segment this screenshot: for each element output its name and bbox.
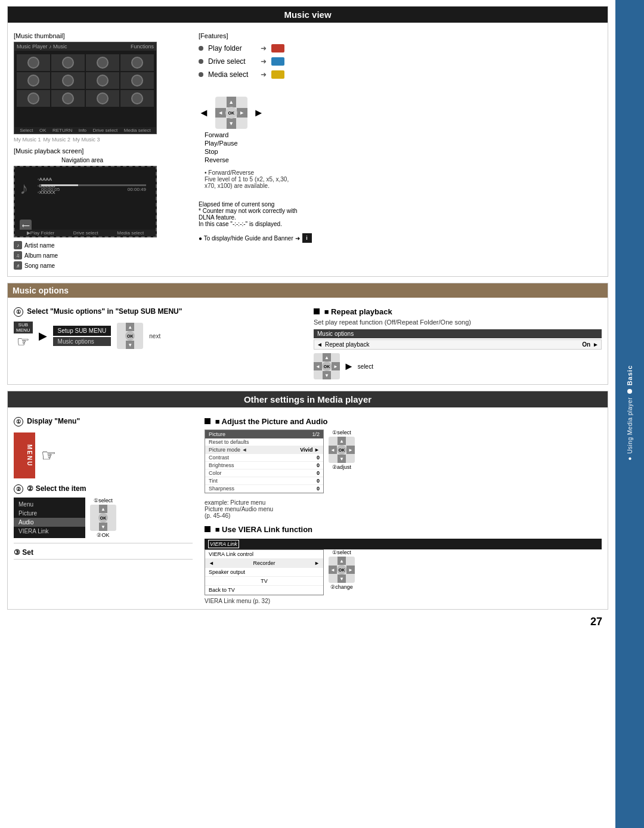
picture-note-2: Picture menu/Audio menu (205, 506, 602, 512)
dpad-rep-up[interactable]: ▲ (323, 353, 331, 362)
dpad-rep-left[interactable]: ◄ (314, 362, 322, 370)
menu-item-picture: Picture (14, 509, 85, 518)
sidebar-using-label: ● Using Media player (627, 397, 633, 462)
elapsed-note: Elapsed time of current song * Counter m… (199, 201, 602, 227)
left-arrow-btn[interactable]: ◄ (317, 341, 323, 348)
thumbnail-grid (14, 52, 156, 109)
yellow-button[interactable] (271, 70, 284, 79)
thumb-item-11 (86, 90, 119, 107)
artist-row: ♪ Artist name (14, 241, 193, 249)
dpad-vi-right[interactable]: ► (346, 566, 355, 574)
dpad-down-btn[interactable]: ▼ (227, 118, 236, 129)
tint-value: 0 (317, 478, 320, 484)
picture-header: Picture 1/2 (205, 430, 323, 438)
dpad-adj-down[interactable]: ▼ (338, 455, 346, 463)
dpad-opt-down[interactable]: ▼ (126, 341, 134, 349)
step1-select-label: ①select (94, 498, 113, 503)
features-list: Play folder ➜ Drive select ➜ Med (199, 42, 602, 79)
select-dpad-col: ①select ▲ ▼ OK ②OK (90, 498, 116, 538)
dpad-left-btn[interactable]: ◄ (215, 108, 226, 118)
feature-play-folder-label: Play folder (208, 44, 256, 52)
my-music-3: My Music 3 (73, 137, 100, 143)
dpad-sel-up[interactable]: ▲ (99, 505, 107, 513)
my-music-2: My Music 2 (44, 137, 71, 143)
dot-media-select (199, 72, 203, 77)
dpad-vi-down[interactable]: ▼ (338, 574, 346, 583)
dpad[interactable]: ▲ ▼ ◄ ► OK (215, 97, 247, 129)
set-divider (14, 559, 193, 560)
thumb-item-9 (17, 90, 50, 107)
right-arrow-btn[interactable]: ► (593, 341, 599, 348)
music-options-repeat-area: Music options ◄ Repeat playback On ► (314, 329, 602, 350)
dpad-repeat[interactable]: ▲ ▼ ◄ ► OK (314, 353, 340, 379)
dpad-adj-right[interactable]: ► (346, 446, 355, 454)
sidebar-dot (627, 389, 632, 394)
footer-select: Select (20, 128, 33, 133)
dpad-right-btn[interactable]: ► (237, 108, 247, 118)
red-button[interactable] (271, 44, 284, 52)
repeat-value: On (582, 341, 590, 348)
picture-row-contrast: Contrast 0 (205, 454, 323, 462)
dpad-up-btn[interactable]: ▲ (227, 97, 236, 107)
dpad-adj-up[interactable]: ▲ (338, 437, 346, 445)
ok-sel-button[interactable]: OK (98, 513, 108, 523)
feature-play-folder: Play folder ➜ (199, 44, 602, 52)
music-options-bar: Music options (314, 329, 602, 338)
playback-screen: ♪ ◦AAAA ◦BBBBB ◦XXXXX 00:00:05 (14, 166, 157, 237)
ok-adj-button[interactable]: OK (337, 445, 346, 455)
picture-row-sharpness: Sharpness 0 (205, 485, 323, 493)
dpad-vi-up[interactable]: ▲ (338, 557, 346, 565)
ok-vi-button[interactable]: OK (337, 565, 346, 574)
dpad-options[interactable]: ▲ ▼ OK (117, 323, 143, 349)
ok-rep-button[interactable]: OK (322, 362, 332, 371)
blue-button[interactable] (271, 57, 284, 66)
mode-value: Vivid ► (300, 447, 320, 453)
nav-left-arrow: ◄ (199, 107, 209, 119)
thumbnail-footer: Select OK RETURN Info Drive select Media… (14, 127, 156, 134)
viera-bullet (205, 526, 210, 532)
dpad-wrapper: ▲ ▼ ◄ ► OK (215, 97, 247, 129)
viera-right-arr[interactable]: ► (314, 560, 320, 566)
repeat-title-text: ■ Repeat playback (324, 307, 392, 316)
ok-button[interactable]: OK (225, 107, 237, 119)
song-row: ♬ Song name (14, 261, 193, 270)
music-thumbnail-label: [Music thumbnail] (14, 32, 193, 39)
picture-row-brightness: Brightness 0 (205, 462, 323, 469)
picture-row-color: Color 0 (205, 469, 323, 477)
display-menu-text: Display "Menu" (27, 417, 80, 425)
sub-label: SUBMENU (14, 322, 33, 333)
song-icon: ♬ (14, 261, 22, 270)
features-label: [Features] (199, 32, 602, 39)
dpad-adj-left[interactable]: ◄ (329, 446, 337, 454)
dpad-viera[interactable]: ▲ ▼ ◄ ► OK (329, 557, 355, 583)
dpad-select[interactable]: ▲ ▼ OK (90, 505, 116, 531)
color-value: 0 (317, 470, 320, 476)
hand-icon: ☞ (17, 333, 30, 350)
dpad-opt-up[interactable]: ▲ (126, 323, 134, 331)
elapsed-title: Elapsed time of current song (199, 201, 602, 208)
guide-banner-row: ● To display/hide Guide and Banner ➜ i (199, 233, 602, 243)
ok-opt-button[interactable]: OK (125, 331, 135, 341)
dpad-vi-left[interactable]: ◄ (329, 566, 337, 574)
reverse-label: Reverse (205, 156, 602, 163)
dpad-adjust[interactable]: ▲ ▼ ◄ ► OK (329, 437, 355, 463)
dpad-rep-down[interactable]: ▼ (323, 371, 331, 379)
pf-play-folder: ▶Play Folder (27, 230, 54, 236)
viera-title: ■ Use VIERA Link function (205, 525, 602, 534)
viera-dpad-col: ①select ▲ ▼ ◄ ► OK ②change (329, 549, 355, 590)
thumb-item-2 (51, 54, 85, 71)
viera-speaker-label: Speaker output (209, 569, 245, 575)
next-label: next (149, 333, 160, 339)
dpad-rep-right[interactable]: ► (332, 362, 340, 370)
thumb-item-6 (51, 72, 85, 89)
tint-label: Tint (209, 478, 218, 484)
viera-left-arr[interactable]: ◄ (209, 560, 214, 566)
mode-label: Picture mode ◄ (209, 447, 247, 453)
dpad-sel-down[interactable]: ▼ (99, 523, 107, 531)
dot-play-folder (199, 46, 203, 51)
footer-drive: Drive select (93, 128, 118, 133)
menu-item-audio[interactable]: Audio (14, 518, 85, 527)
adjust-dpad-col: ①select ▲ ▼ ◄ ► OK ②adjust (329, 430, 355, 470)
playback-progress-bar (41, 184, 146, 186)
thumb-item-7 (86, 72, 119, 89)
